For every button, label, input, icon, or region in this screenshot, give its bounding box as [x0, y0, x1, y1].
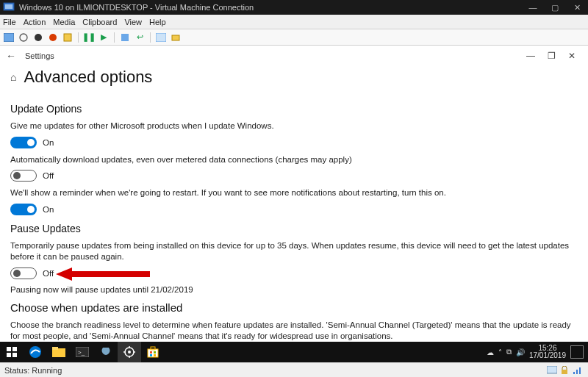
start-icon[interactable]: [18, 32, 29, 43]
svg-rect-7: [121, 34, 129, 41]
vm-toolbar: ❚❚ ▶ ↩: [0, 29, 588, 46]
toggle-row-metered: Off: [10, 170, 578, 182]
home-icon[interactable]: ⌂: [10, 71, 16, 83]
tray-onedrive-icon[interactable]: ☁: [487, 348, 494, 356]
toolbar-separator: [150, 32, 151, 43]
vm-minimize-button[interactable]: —: [522, 3, 544, 12]
toggle-row-restart-reminder: On: [10, 204, 578, 215]
vm-signal-icon: [573, 366, 584, 375]
vm-menu-media[interactable]: Media: [53, 18, 75, 26]
vm-status-text: Status: Running: [4, 366, 62, 375]
vm-lock-icon: [560, 366, 570, 375]
choose-desc: Choose the branch readiness level to det…: [10, 320, 576, 342]
svg-rect-32: [547, 366, 557, 373]
settings-restore-button[interactable]: ❐: [541, 51, 562, 61]
toolbar-separator: [78, 32, 79, 43]
section-heading-update-options: Update Options: [10, 103, 578, 115]
guest-screen: ← Settings — ❐ ✕ ⌂ Advanced options Upda…: [0, 46, 588, 362]
settings-close-button[interactable]: ✕: [562, 51, 582, 61]
vm-maximize-button[interactable]: ▢: [544, 3, 566, 12]
vm-menu-action[interactable]: Action: [24, 18, 46, 26]
pause-icon[interactable]: ❚❚: [83, 32, 95, 43]
toggle-state-label: On: [43, 138, 54, 147]
svg-rect-9: [172, 35, 179, 40]
shutdown-icon[interactable]: [47, 32, 59, 43]
vm-menu-view[interactable]: View: [124, 18, 142, 26]
reset-icon[interactable]: ▶: [98, 32, 110, 43]
enhanced-session-icon[interactable]: [155, 32, 167, 43]
vm-close-button[interactable]: ✕: [566, 3, 588, 12]
taskbar-app-icon[interactable]: [94, 342, 118, 362]
page-header: ⌂ Advanced options: [0, 66, 588, 93]
settings-app-label: Settings: [25, 51, 54, 60]
taskbar-terminal-icon[interactable]: >_: [71, 342, 94, 362]
vm-menu-help[interactable]: Help: [149, 18, 166, 26]
turnoff-icon[interactable]: [32, 32, 44, 43]
toggle-other-products[interactable]: [10, 137, 37, 148]
vm-menu-file[interactable]: File: [3, 18, 16, 26]
vm-menu-bar: File Action Media Clipboard View Help: [0, 15, 588, 29]
svg-rect-28: [150, 351, 152, 353]
toggle-state-label: Off: [43, 269, 54, 278]
tray-date: 17/01/2019: [529, 352, 566, 360]
vm-title-bar: Windows 10 on ILMIONTDESKTOP - Virtual M…: [0, 0, 588, 15]
svg-text:>_: >_: [78, 349, 85, 356]
windows-taskbar: >_ ☁ ˄ ⧉ 🔊 15:26 17/01/2019: [0, 342, 588, 362]
taskbar-edge-icon[interactable]: [24, 342, 47, 362]
svg-rect-1: [5, 4, 12, 9]
svg-rect-34: [573, 372, 575, 374]
tray-network-icon[interactable]: ⧉: [506, 348, 512, 356]
taskbar-explorer-icon[interactable]: [47, 342, 71, 362]
toggle-row-other-products: On: [10, 137, 578, 148]
svg-rect-35: [576, 370, 578, 374]
toggle-pause-updates[interactable]: [10, 268, 37, 279]
pause-note: Pausing now will pause updates until 21/…: [10, 285, 578, 294]
taskbar-store-icon[interactable]: [141, 342, 165, 362]
checkpoint-icon[interactable]: [119, 32, 131, 43]
start-button[interactable]: [0, 342, 24, 362]
svg-rect-11: [7, 347, 11, 351]
action-center-icon[interactable]: [570, 345, 584, 359]
svg-rect-6: [64, 34, 71, 41]
svg-rect-2: [4, 33, 14, 42]
svg-rect-12: [12, 347, 17, 351]
toggle-state-label: On: [43, 205, 54, 214]
section-heading-pause: Pause Updates: [10, 223, 578, 234]
page-content: Update Options Give me updates for other…: [0, 93, 588, 342]
back-arrow-icon[interactable]: ←: [6, 50, 21, 62]
option-desc: We'll show a reminder when we're going t…: [10, 187, 576, 199]
vm-monitor-icon: [547, 366, 557, 375]
toggle-state-label: Off: [43, 171, 54, 180]
toolbar-separator: [114, 32, 115, 43]
toggle-metered[interactable]: [10, 170, 37, 182]
svg-rect-30: [150, 354, 152, 356]
svg-rect-29: [154, 351, 156, 353]
taskbar-settings-icon[interactable]: [118, 342, 141, 362]
tray-chevron-up-icon[interactable]: ˄: [498, 348, 502, 356]
share-icon[interactable]: [170, 32, 182, 43]
svg-rect-13: [7, 353, 11, 357]
svg-marker-10: [56, 268, 150, 281]
vm-app-icon: [3, 1, 15, 13]
svg-point-21: [128, 351, 131, 353]
toggle-row-pause: Off: [10, 268, 578, 279]
toggle-restart-reminder[interactable]: [10, 204, 37, 215]
option-desc: Give me updates for other Microsoft prod…: [10, 121, 576, 132]
save-icon[interactable]: [62, 32, 74, 43]
option-desc: Automatically download updates, even ove…: [10, 154, 576, 166]
revert-icon[interactable]: ↩: [134, 32, 146, 43]
ctrl-alt-del-icon[interactable]: [3, 32, 15, 43]
settings-minimize-button[interactable]: —: [520, 51, 541, 61]
svg-rect-8: [156, 33, 166, 42]
annotation-arrow-icon: [56, 267, 151, 281]
section-heading-choose: Choose when updates are installed: [10, 301, 578, 314]
svg-rect-14: [12, 353, 17, 357]
svg-rect-26: [148, 349, 158, 357]
tray-volume-icon[interactable]: 🔊: [516, 348, 525, 356]
vm-status-bar: Status: Running: [0, 362, 588, 377]
vm-window-title: Windows 10 on ILMIONTDESKTOP - Virtual M…: [18, 3, 522, 12]
vm-menu-clipboard[interactable]: Clipboard: [82, 18, 117, 26]
settings-top-bar: ← Settings — ❐ ✕: [0, 46, 588, 66]
svg-point-3: [20, 34, 27, 41]
tray-clock[interactable]: 15:26 17/01/2019: [529, 345, 566, 360]
